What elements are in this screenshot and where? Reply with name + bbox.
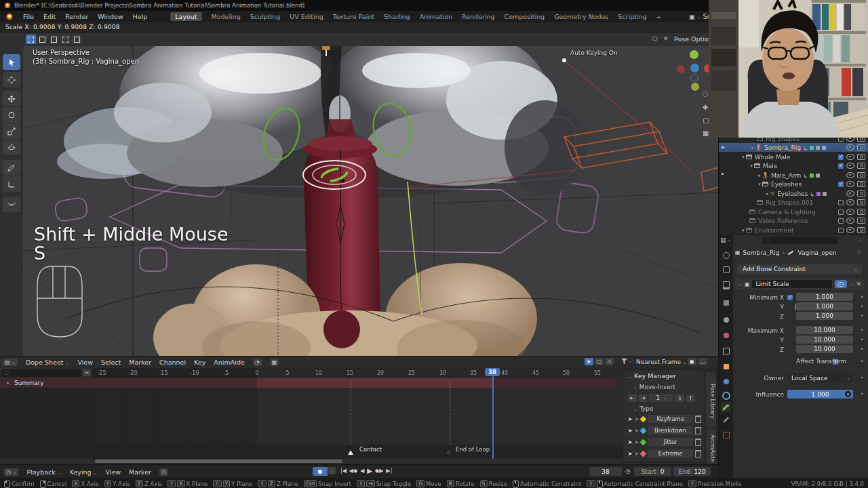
tab-bone-constraint[interactable]: [721, 430, 731, 440]
chevron-down-icon[interactable]: ⌄: [850, 281, 854, 287]
play-button[interactable]: ▶: [367, 467, 372, 474]
outliner-row-video-reference[interactable]: Video Reference: [719, 216, 868, 225]
expand-arrow-icon[interactable]: ▸: [765, 191, 770, 197]
marker-triangle-icon[interactable]: [348, 450, 353, 455]
tab-animation[interactable]: Animation: [420, 13, 452, 20]
menu-marker[interactable]: Marker: [129, 359, 151, 366]
hidden-channels-icon[interactable]: ▢: [595, 358, 604, 365]
scene-selector[interactable]: ▣ ⌄ Sc: [689, 13, 711, 20]
collection-checkbox[interactable]: [838, 228, 844, 233]
gizmo-z-neg-axis[interactable]: [691, 83, 699, 91]
outliner-row-camera-lighting[interactable]: Camera & Lighting: [719, 207, 868, 216]
select-mode-invert-button[interactable]: [60, 35, 71, 44]
tab-shading[interactable]: Shading: [384, 13, 410, 20]
tab-geometry-nodes[interactable]: Geometry Nodes: [554, 13, 608, 20]
tab-animaide[interactable]: AnimAide: [706, 427, 717, 469]
select-outline-arrow-icon[interactable]: ➤: [635, 416, 639, 422]
snap-dropdown[interactable]: Nearest Frame ⌄: [636, 359, 687, 365]
3d-viewport[interactable]: [23, 46, 719, 356]
editor-type-selector[interactable]: ◷ ⌄: [4, 468, 18, 476]
outliner-row-sombra-rig[interactable]: ▸ Sombra_Rig ↳: [719, 143, 868, 152]
select-mode-subtract-button[interactable]: [49, 35, 59, 44]
select-mode-intersect-button[interactable]: [72, 35, 82, 44]
expand-arrow-icon[interactable]: ▸: [750, 145, 755, 150]
collection-checkbox[interactable]: [838, 163, 844, 169]
menu-marker[interactable]: Marker: [129, 468, 151, 476]
collapse-arrow-icon[interactable]: ⌄: [738, 281, 742, 287]
collection-checkbox[interactable]: [838, 155, 844, 160]
expand-icon[interactable]: ↔: [83, 369, 91, 376]
render-camera-icon[interactable]: [857, 227, 865, 233]
dopesheet-mode-dropdown[interactable]: Dope Sheet ⌄: [26, 359, 69, 366]
constraint-panel-header[interactable]: ⌄ ▣ Limit Scale ⌄ ✕: [735, 279, 864, 289]
jump-left-icon[interactable]: ⇤: [628, 394, 637, 402]
select-filled-arrow-icon[interactable]: ➤: [628, 428, 633, 434]
tab-sculpting[interactable]: Sculpting: [250, 13, 280, 20]
close-icon[interactable]: ✕: [663, 35, 669, 42]
menu-file[interactable]: File: [23, 13, 34, 20]
annotate-tool[interactable]: [3, 160, 20, 176]
animate-dot[interactable]: •: [861, 303, 864, 310]
blender-menu-icon[interactable]: [5, 13, 14, 20]
menu-render[interactable]: Render: [65, 13, 88, 20]
collapse-arrow-icon[interactable]: ▾: [741, 155, 746, 160]
collection-checkbox[interactable]: [838, 200, 844, 205]
gizmo-y-neg-axis[interactable]: [690, 74, 698, 82]
tab-tool[interactable]: [721, 250, 731, 260]
menu-playback[interactable]: Playback ⌄: [26, 468, 61, 476]
tab-compositing[interactable]: Compositing: [505, 13, 545, 20]
properties-search-field[interactable]: ◌: [763, 237, 837, 244]
max-x-value[interactable]: 10.000: [796, 326, 853, 334]
visibility-eye-icon[interactable]: [846, 227, 854, 233]
collapse-arrow-icon[interactable]: ▾: [749, 163, 754, 169]
falloff-curve-icon[interactable]: ◡: [698, 358, 707, 365]
select-mode-extend-button[interactable]: [37, 35, 47, 44]
animate-dot[interactable]: •: [861, 358, 864, 365]
viewport-zoom-icon[interactable]: ◌: [703, 90, 709, 98]
min-x-checkbox[interactable]: [787, 295, 793, 300]
constraint-name-field[interactable]: Limit Scale: [752, 280, 831, 288]
delete-constraint-icon[interactable]: ✕: [856, 281, 861, 287]
menu-channel[interactable]: Channel: [159, 359, 186, 366]
tab-object[interactable]: [721, 361, 731, 371]
constraint-enable-eye-button[interactable]: [835, 280, 847, 288]
animate-dot[interactable]: •: [861, 327, 864, 333]
tab-modeling[interactable]: Modeling: [212, 13, 241, 20]
editor-type-selector[interactable]: ▤ ⌄: [3, 359, 18, 366]
visibility-eye-icon[interactable]: [846, 154, 854, 160]
visibility-eye-icon[interactable]: [846, 190, 854, 197]
max-z-value[interactable]: 10.000: [796, 345, 853, 353]
add-workspace-button[interactable]: +: [656, 13, 662, 20]
cursor-tool[interactable]: [3, 72, 20, 87]
frame-start-field[interactable]: Start0: [634, 467, 671, 476]
playback-sync-icon[interactable]: ◔: [253, 359, 262, 366]
outliner-row-whole-male[interactable]: ▾ Whole Male: [719, 152, 868, 161]
select-filled-arrow-icon[interactable]: ➤: [628, 451, 633, 457]
outliner-row-male[interactable]: ▾ Male: [719, 161, 868, 170]
owner-select[interactable]: Local Space⌄: [787, 373, 853, 382]
upload-icon[interactable]: ↑: [686, 394, 695, 402]
outliner-row-eyelashes-collection[interactable]: ▾ Eyelashes: [719, 180, 868, 188]
render-camera-icon[interactable]: [857, 181, 865, 187]
jump-right-icon[interactable]: ⇥: [639, 394, 648, 402]
expand-arrow-icon[interactable]: ▸: [5, 380, 11, 386]
collection-checkbox[interactable]: [838, 218, 844, 224]
render-camera-icon[interactable]: [857, 218, 865, 224]
gizmo-z-axis[interactable]: [690, 64, 699, 73]
menu-window[interactable]: Window: [98, 13, 123, 20]
render-camera-icon[interactable]: [857, 154, 865, 160]
select-filled-arrow-icon[interactable]: ➤: [628, 439, 633, 445]
select-outline-arrow-icon[interactable]: ➤: [635, 439, 639, 445]
min-x-value[interactable]: 1.000: [796, 293, 853, 301]
auto-keying-record-button[interactable]: [313, 467, 328, 476]
menu-keying[interactable]: Keying ⌄: [70, 468, 98, 476]
next-keyframe-button[interactable]: ◆▶: [375, 468, 383, 474]
add-bone-constraint-button[interactable]: Add Bone Constraint ⌄: [737, 264, 862, 274]
marker-triangle-outline-icon[interactable]: △: [447, 449, 450, 455]
scale-tool[interactable]: [3, 123, 20, 139]
visibility-eye-icon[interactable]: [846, 199, 854, 205]
menu-edit[interactable]: Edit: [43, 13, 56, 20]
clear-influence-icon[interactable]: ✕: [845, 391, 851, 397]
filter-funnel-icon[interactable]: ⌄: [621, 359, 632, 364]
animate-dot[interactable]: •: [861, 346, 864, 352]
